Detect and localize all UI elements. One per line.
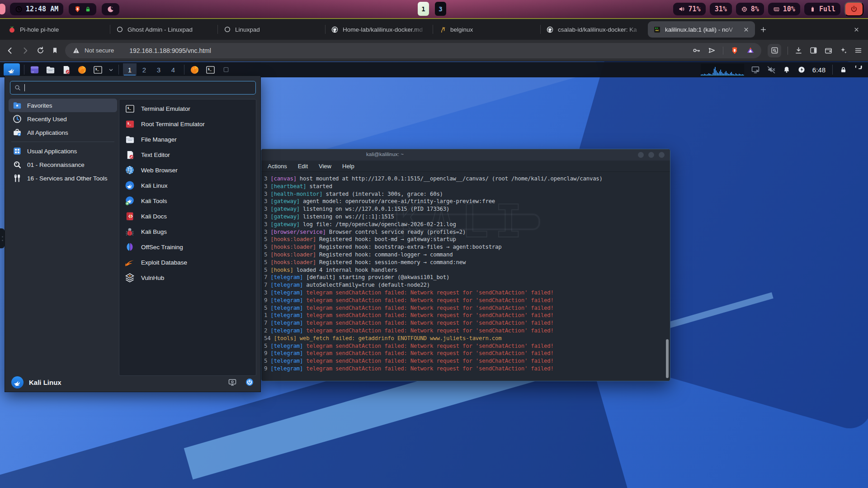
back-button[interactable] — [5, 46, 14, 55]
terminal-menu-item[interactable]: View — [319, 163, 331, 170]
browser-tab[interactable]: Linuxpad — [218, 21, 325, 38]
browser-menu-button[interactable] — [854, 46, 863, 55]
lock-screen-icon[interactable] — [840, 66, 847, 74]
sidebar-button[interactable] — [809, 46, 818, 55]
app-icon: $_ — [124, 118, 136, 130]
panel-workspace[interactable]: 2 — [137, 63, 151, 76]
menu-app-item[interactable]: OffSec Training — [119, 239, 256, 255]
menu-category[interactable]: 01 - Reconnaissance — [9, 158, 117, 171]
menu-app-item[interactable]: Web Browser — [119, 162, 256, 178]
minimize-button[interactable] — [638, 152, 644, 158]
taskbar-terminal-icon[interactable]: $_ — [204, 64, 216, 76]
bookmarks-button[interactable] — [51, 47, 59, 54]
terminal-titlebar[interactable]: kali@kalilinux: ~ — [261, 149, 670, 161]
address-bar[interactable]: Not secure 192.168.1.188:9095/vnc.html — [65, 43, 761, 58]
menu-app-item[interactable]: Kali Tools — [119, 193, 256, 208]
panel-clock[interactable]: 6:48 — [812, 66, 826, 74]
menu-app-item[interactable]: Text Editor — [119, 147, 256, 162]
terminal-output[interactable]: KALI 3[canvas]host mounted at http://127… — [261, 172, 670, 381]
panel-workspace[interactable]: 4 — [166, 63, 180, 76]
notifications-icon[interactable] — [783, 66, 791, 74]
appearance-launcher-icon[interactable] — [28, 64, 40, 76]
menu-app-item[interactable]: File Manager — [119, 132, 256, 147]
panel-edge-handle[interactable] — [0, 228, 5, 248]
new-tab-button[interactable] — [760, 26, 767, 33]
clock-icon — [15, 5, 23, 13]
menu-category[interactable]: All Applications — [9, 126, 117, 139]
power-manager-icon[interactable] — [797, 66, 806, 74]
panel-workspace[interactable]: 1 — [123, 63, 137, 76]
browser-tab[interactable]: csalab-id/kalilinux-docker: Ka — [541, 21, 648, 38]
browser-tab[interactable]: Pi-hole pi-hole — [3, 21, 110, 38]
menu-app-item[interactable]: Exploit Database — [119, 255, 256, 270]
menu-category[interactable]: Recently Used — [9, 112, 117, 126]
brave-rewards-icon[interactable] — [746, 46, 755, 55]
forward-button[interactable] — [21, 46, 30, 55]
maximize-button[interactable] — [648, 152, 654, 158]
logout-icon[interactable] — [854, 66, 863, 74]
log-tag: [telegram] — [270, 350, 303, 356]
log-tag: [telegram] — [270, 282, 303, 288]
log-tag: [telegram] — [270, 320, 303, 326]
text-editor-launcher-icon[interactable] — [60, 64, 72, 76]
menu-app-item[interactable]: VulnHub — [119, 270, 256, 285]
menu-logout-icon[interactable] — [245, 378, 254, 387]
terminal-menu-item[interactable]: Help — [342, 163, 354, 170]
host-stat-pill[interactable]: Full — [804, 3, 840, 15]
cpu-graph[interactable] — [701, 64, 744, 76]
menu-app-item[interactable]: Kali Docs — [119, 208, 256, 224]
session-settings-icon[interactable] — [228, 378, 237, 387]
wallet-button[interactable] — [824, 46, 833, 55]
menu-app-item[interactable]: $_ Root Terminal Emulator — [119, 116, 256, 132]
display-icon[interactable] — [751, 65, 760, 74]
menu-app-item[interactable]: $_ Terminal Emulator — [119, 101, 256, 116]
menu-category[interactable]: Favorites — [9, 99, 117, 112]
taskbar-firefox-icon[interactable] — [189, 64, 200, 76]
file-manager-launcher-icon[interactable] — [44, 64, 56, 76]
browser-tab[interactable]: Ghost Admin - Linuxpad — [110, 21, 217, 38]
host-browser-widget[interactable] — [69, 3, 96, 15]
show-desktop-icon[interactable] — [220, 64, 232, 76]
menu-app-item[interactable]: Kali Linux — [119, 178, 256, 193]
host-workspace[interactable]: 3 — [435, 2, 446, 16]
close-button[interactable] — [659, 152, 665, 158]
terminal-menu-item[interactable]: Edit — [298, 163, 308, 170]
leo-ai-button[interactable] — [839, 46, 848, 55]
log-timestamp-fragment: 3 — [264, 221, 267, 227]
host-stat-pill[interactable]: 10% — [768, 3, 800, 15]
menu-app-item[interactable]: Kali Bugs — [119, 224, 256, 239]
password-manager-icon[interactable] — [692, 46, 701, 55]
host-workspace[interactable]: 1 — [418, 2, 429, 16]
tabstrip-close-icon[interactable] — [853, 26, 860, 33]
browser-tab[interactable]: Home-lab/kalilinux-docker.md — [326, 21, 433, 38]
host-nightlight-widget[interactable] — [102, 3, 119, 15]
browser-tab[interactable]: VNC kalilinux.lab:1 (kali) - noV — [648, 21, 755, 38]
host-stat-pill[interactable]: 31% — [710, 3, 732, 15]
host-power-button[interactable] — [844, 2, 863, 16]
downloads-button[interactable] — [794, 46, 803, 55]
host-clock-widget[interactable]: 12:48 AM — [10, 3, 63, 15]
search-in-page-button[interactable] — [768, 44, 781, 57]
browser-tab[interactable]: belginux — [433, 21, 540, 38]
reload-button[interactable] — [36, 46, 45, 55]
menu-category[interactable]: 16 - Services and Other Tools — [9, 171, 117, 185]
log-timestamp-fragment: 3 — [264, 191, 267, 197]
applications-menu-button[interactable] — [4, 63, 20, 76]
host-stat-pill[interactable]: 8% — [736, 3, 764, 15]
tab-title: Ghost Admin - Linuxpad — [127, 26, 212, 33]
terminal-scrollbar[interactable] — [666, 339, 669, 378]
panel-workspace[interactable]: 3 — [152, 63, 165, 76]
host-stat-pill[interactable]: 71% — [673, 3, 706, 15]
menu-search-input[interactable] — [10, 81, 256, 95]
muted-speaker-icon[interactable] — [767, 65, 776, 74]
terminal-launcher-icon[interactable]: $_ — [92, 64, 104, 76]
terminal-menu-item[interactable]: Actions — [268, 163, 287, 170]
chevron-down-icon[interactable] — [108, 66, 114, 73]
stat-value: 10% — [783, 5, 795, 13]
brave-shield-icon[interactable] — [730, 46, 739, 55]
tab-close-icon[interactable] — [743, 26, 750, 33]
menu-category[interactable]: Usual Applications — [9, 144, 117, 158]
share-icon[interactable] — [708, 46, 716, 55]
firefox-launcher-icon[interactable] — [76, 64, 88, 76]
divider — [24, 65, 24, 75]
